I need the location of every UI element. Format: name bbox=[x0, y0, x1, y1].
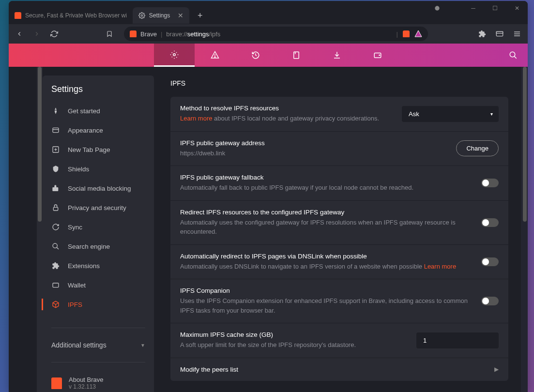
sidebar-item-extensions[interactable]: Extensions bbox=[43, 256, 154, 275]
address-bar[interactable]: Brave | brave://settings/ipfs | bbox=[124, 27, 428, 41]
dnslink-toggle[interactable] bbox=[481, 257, 499, 266]
brave-shield-icon[interactable] bbox=[403, 30, 410, 37]
browser-window: Secure, Fast & Private Web Browser wi Se… bbox=[9, 1, 528, 392]
divider bbox=[51, 362, 145, 362]
strip-tab-downloads[interactable] bbox=[317, 44, 357, 67]
back-button[interactable] bbox=[13, 27, 26, 41]
companion-toggle[interactable] bbox=[481, 297, 499, 305]
strip-tab-wallet[interactable] bbox=[357, 44, 398, 67]
method-dropdown[interactable]: Ask bbox=[402, 106, 499, 122]
setting-desc: https://dweb.link bbox=[180, 149, 448, 158]
setting-title: IPFS Companion bbox=[180, 287, 473, 294]
setting-desc: Automatically uses the configured gatewa… bbox=[180, 218, 473, 237]
learn-more-link[interactable]: Learn more bbox=[424, 263, 456, 270]
new-tab-button[interactable]: + bbox=[193, 9, 207, 22]
brave-lion-icon bbox=[15, 12, 21, 19]
sidebar-item-social[interactable]: Social media blocking bbox=[43, 179, 154, 198]
close-button[interactable]: ✕ bbox=[506, 1, 528, 15]
setting-title: Automatically redirect to IPFS pages via… bbox=[180, 253, 473, 260]
sidebar-item-ipfs[interactable]: IPFS bbox=[43, 295, 154, 314]
strip-tab-settings[interactable] bbox=[154, 44, 195, 67]
svg-point-16 bbox=[379, 55, 380, 56]
maximize-button[interactable]: ☐ bbox=[484, 1, 506, 15]
strip-tab-history[interactable] bbox=[235, 44, 276, 67]
setting-gateway: IPFS public gateway address https://dweb… bbox=[170, 132, 508, 166]
sidebar-item-appearance[interactable]: Appearance bbox=[43, 121, 154, 140]
setting-method: Method to resolve IPFS resources Learn m… bbox=[170, 97, 508, 132]
addr-label: Brave bbox=[140, 30, 157, 38]
setting-title: Modify the peers list bbox=[180, 366, 487, 373]
window-controls: ─ ☐ ✕ bbox=[426, 1, 528, 15]
svg-point-8 bbox=[173, 53, 176, 56]
strip-tab-shields[interactable] bbox=[195, 44, 235, 67]
about-brave[interactable]: About Brave v 1.32.113 bbox=[43, 370, 154, 390]
extensions-button[interactable] bbox=[475, 27, 489, 41]
bookmark-icon bbox=[292, 51, 301, 60]
cache-input[interactable] bbox=[416, 332, 499, 348]
download-icon bbox=[333, 51, 341, 60]
redirect-toggle[interactable] bbox=[481, 218, 499, 227]
sidebar-label: Privacy and security bbox=[68, 204, 126, 211]
svg-rect-19 bbox=[53, 128, 59, 132]
wallet-icon bbox=[373, 51, 382, 60]
svg-line-26 bbox=[57, 247, 59, 249]
close-icon[interactable]: ✕ bbox=[178, 12, 183, 19]
forward-button[interactable] bbox=[30, 27, 44, 41]
setting-peers[interactable]: Modify the peers list ▶ bbox=[170, 358, 508, 381]
sidebar-label: Appearance bbox=[68, 127, 103, 134]
appearance-icon bbox=[51, 126, 60, 135]
sidebar-scrollbar[interactable] bbox=[37, 67, 43, 392]
sidebar-label: IPFS bbox=[68, 301, 82, 308]
sidebar-item-get-started[interactable]: Get started bbox=[43, 101, 154, 121]
setting-desc: A soft upper limit for the size of the I… bbox=[180, 340, 409, 350]
chevron-left-icon bbox=[16, 30, 23, 37]
thumb-down-icon bbox=[51, 184, 60, 193]
tab-inactive[interactable]: Secure, Fast & Private Web Browser wi bbox=[9, 7, 133, 24]
setting-title: Maximum IPFS cache size (GB) bbox=[180, 331, 409, 338]
chevron-right-icon: ▶ bbox=[494, 366, 499, 373]
strip-search[interactable] bbox=[499, 51, 528, 60]
main-scrollbar[interactable] bbox=[521, 67, 528, 392]
sidebar-item-shields[interactable]: Shields bbox=[43, 159, 154, 179]
setting-desc: Automatically uses DNSLink to navigate t… bbox=[180, 262, 473, 271]
tab-active[interactable]: Settings ✕ bbox=[133, 7, 189, 24]
sidebar-label: New Tab Page bbox=[68, 146, 110, 153]
toolbar: Brave | brave://settings/ipfs | bbox=[9, 24, 528, 44]
sidebar-item-privacy[interactable]: Privacy and security bbox=[43, 198, 154, 217]
reload-button[interactable] bbox=[47, 27, 61, 41]
tab-label: Secure, Fast & Private Web Browser wi bbox=[25, 12, 127, 19]
tab-label: Settings bbox=[149, 12, 170, 19]
shield-icon bbox=[51, 165, 60, 173]
wallet-button[interactable] bbox=[493, 27, 506, 41]
brave-lion-icon bbox=[51, 377, 62, 389]
sidebar-item-search[interactable]: Search engine bbox=[43, 237, 154, 256]
sidebar-item-wallet[interactable]: Wallet bbox=[43, 275, 154, 295]
sidebar-label: Sync bbox=[68, 224, 82, 231]
sidebar-label: Get started bbox=[68, 107, 100, 115]
strip-tab-bookmarks[interactable] bbox=[276, 44, 317, 67]
shield-toggle-icon[interactable] bbox=[426, 1, 448, 15]
puzzle-icon bbox=[478, 30, 486, 38]
setting-desc: Automatically fall back to public IPFS g… bbox=[180, 183, 473, 193]
menu-button[interactable] bbox=[510, 27, 524, 41]
bat-icon[interactable] bbox=[414, 30, 422, 38]
minimize-button[interactable]: ─ bbox=[462, 1, 484, 15]
content-area: Settings Get started Appearance New Tab … bbox=[9, 67, 528, 392]
search-icon bbox=[509, 51, 518, 60]
chevron-right-icon bbox=[33, 30, 40, 37]
bookmark-button[interactable] bbox=[103, 27, 116, 41]
sidebar-label: Wallet bbox=[68, 282, 86, 289]
svg-rect-3 bbox=[496, 31, 503, 36]
svg-marker-2 bbox=[415, 30, 422, 37]
svg-rect-11 bbox=[294, 52, 299, 59]
wallet-icon bbox=[51, 281, 60, 289]
svg-line-18 bbox=[514, 56, 517, 59]
change-button[interactable]: Change bbox=[456, 140, 499, 156]
fallback-toggle[interactable] bbox=[481, 179, 499, 187]
additional-settings[interactable]: Additional settings ▼ bbox=[43, 336, 154, 354]
reload-icon bbox=[50, 30, 58, 38]
sidebar-item-sync[interactable]: Sync bbox=[43, 217, 154, 237]
learn-more-link[interactable]: Learn more bbox=[180, 115, 212, 122]
sidebar-item-new-tab[interactable]: New Tab Page bbox=[43, 140, 154, 159]
sidebar-label: Social media blocking bbox=[68, 185, 131, 192]
